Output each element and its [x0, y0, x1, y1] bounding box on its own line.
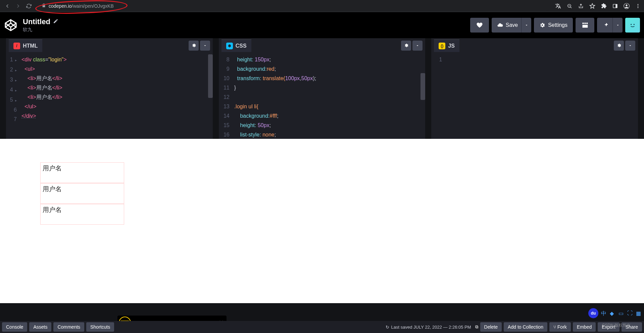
assets-button[interactable]: Assets	[29, 322, 51, 332]
js-dropdown-icon[interactable]	[625, 41, 635, 51]
extensions-icon[interactable]	[600, 3, 607, 9]
js-settings-icon[interactable]	[614, 41, 624, 51]
css-settings-icon[interactable]	[401, 41, 411, 51]
svg-rect-10	[586, 23, 588, 24]
js-editor: () JS 1	[431, 38, 638, 139]
html-settings-icon[interactable]	[189, 41, 199, 51]
svg-rect-12	[628, 21, 637, 30]
pin-button[interactable]	[597, 18, 614, 33]
save-status: ↻ Last saved JULY 22, 2022 — 2:26:05 PM …	[386, 324, 478, 330]
shortcuts-button[interactable]: Shortcuts	[86, 322, 114, 332]
layout-button[interactable]	[576, 18, 594, 33]
js-tab-bar: () JS	[431, 38, 638, 53]
zoom-icon[interactable]	[566, 3, 573, 9]
login-output: 用户名 用户名 用户名	[40, 162, 124, 225]
js-gutter: 1	[431, 53, 445, 139]
preview-pane: 用户名 用户名 用户名	[0, 139, 644, 303]
css-code-area[interactable]: 8910111213141516 height: 150px; backgrou…	[219, 53, 426, 139]
editor-row: / HTML 1 ▸2 ▸3 ▸4 ▸5 ▸67 <div class="log…	[0, 38, 644, 139]
sidepanel-icon[interactable]	[612, 3, 618, 9]
svg-point-5	[638, 4, 639, 5]
app-header: Untitled 软九 Save Settings	[0, 12, 644, 38]
css-gutter: 8910111213141516	[219, 53, 232, 139]
browser-toolbar: codepen.io/waini/pen/OJvgxKB	[0, 0, 644, 12]
ext-mini-icon[interactable]: ◆	[610, 310, 616, 316]
js-icon: ()	[439, 43, 445, 49]
url-host: codepen.io	[49, 3, 72, 9]
url-path: /waini/pen/OJvgxKB	[72, 3, 114, 9]
svg-point-7	[638, 7, 639, 8]
svg-point-6	[638, 5, 639, 6]
js-label: JS	[448, 43, 455, 49]
settings-button[interactable]: Settings	[534, 18, 573, 33]
settings-label: Settings	[548, 22, 567, 28]
footer-bar: Console Assets Comments Shortcuts ↻ Last…	[0, 321, 644, 333]
js-code[interactable]	[445, 53, 638, 139]
html-tab[interactable]: / HTML	[9, 39, 42, 52]
forward-button[interactable]	[13, 1, 23, 11]
ext-mini-icon[interactable]: ⛶	[627, 310, 633, 316]
codepen-logo-icon[interactable]	[4, 18, 17, 32]
svg-point-13	[631, 24, 632, 25]
ext-mini-icon[interactable]: 中	[601, 310, 607, 316]
pen-title: Untitled	[23, 17, 50, 26]
css-label: CSS	[236, 43, 247, 49]
js-code-area[interactable]: 1	[431, 53, 638, 139]
html-icon: /	[13, 43, 20, 49]
save-button[interactable]: Save	[492, 18, 523, 33]
css-tab[interactable]: ✱ CSS	[221, 39, 251, 52]
baidu-icon[interactable]: du	[588, 308, 598, 318]
edit-title-icon[interactable]	[53, 18, 58, 25]
html-code[interactable]: <div class="login"> <ul> <li>用户名</li> <l…	[19, 53, 213, 139]
fork-button[interactable]: ⑂ Fork	[549, 322, 571, 332]
reload-button[interactable]	[24, 1, 34, 11]
embed-button[interactable]: Embed	[573, 322, 596, 332]
css-tab-bar: ✱ CSS	[219, 38, 426, 53]
address-bar[interactable]: codepen.io/waini/pen/OJvgxKB	[38, 1, 551, 11]
translate-icon[interactable]	[555, 3, 561, 9]
pin-dropdown[interactable]	[612, 18, 623, 33]
delete-button[interactable]: Delete	[480, 322, 502, 332]
ext-mini-icon[interactable]: ▭	[618, 310, 625, 316]
svg-point-14	[634, 24, 635, 25]
share-icon[interactable]	[578, 3, 584, 9]
css-icon: ✱	[226, 43, 233, 49]
css-dropdown-icon[interactable]	[412, 41, 423, 51]
console-button[interactable]: Console	[2, 322, 27, 332]
extension-overlay: du 中 ◆ ▭ ⛶ ▦	[588, 308, 642, 318]
css-code[interactable]: height: 150px; background:red; transform…	[232, 53, 426, 139]
user-avatar[interactable]	[625, 18, 640, 33]
star-icon[interactable]	[589, 3, 596, 9]
css-scrollbar[interactable]	[420, 73, 425, 100]
profile-icon[interactable]	[623, 3, 630, 9]
list-item: 用户名	[40, 183, 124, 204]
pen-author[interactable]: 软九	[23, 27, 467, 33]
share-button[interactable]: Share	[622, 322, 642, 332]
list-item: 用户名	[40, 204, 124, 225]
save-label: Save	[506, 22, 518, 28]
comments-button[interactable]: Comments	[53, 322, 84, 332]
save-dropdown[interactable]	[521, 18, 531, 33]
svg-rect-11	[583, 25, 588, 27]
svg-rect-8	[583, 23, 584, 24]
css-editor: ✱ CSS 8910111213141516 height: 150px; ba…	[219, 38, 426, 139]
menu-icon[interactable]	[635, 3, 641, 9]
svg-rect-2	[615, 4, 617, 8]
back-button[interactable]	[3, 1, 12, 11]
like-button[interactable]	[470, 18, 489, 33]
list-item: 用户名	[40, 162, 124, 183]
html-label: HTML	[23, 43, 38, 49]
browser-extensions	[555, 3, 641, 9]
html-dropdown-icon[interactable]	[200, 41, 210, 51]
html-editor: / HTML 1 ▸2 ▸3 ▸4 ▸5 ▸67 <div class="log…	[6, 38, 213, 139]
html-gutter: 1 ▸2 ▸3 ▸4 ▸5 ▸67	[6, 53, 19, 139]
add-collection-button[interactable]: Add to Collection	[504, 322, 547, 332]
export-button[interactable]: Export	[598, 322, 619, 332]
open-external-icon[interactable]: ⧉	[475, 324, 478, 330]
svg-point-4	[626, 4, 627, 6]
html-code-area[interactable]: 1 ▸2 ▸3 ▸4 ▸5 ▸67 <div class="login"> <u…	[6, 53, 213, 139]
svg-rect-9	[584, 23, 586, 24]
ext-mini-icon[interactable]: ▦	[636, 310, 642, 316]
js-tab[interactable]: () JS	[434, 39, 459, 52]
html-scrollbar[interactable]	[208, 54, 213, 98]
